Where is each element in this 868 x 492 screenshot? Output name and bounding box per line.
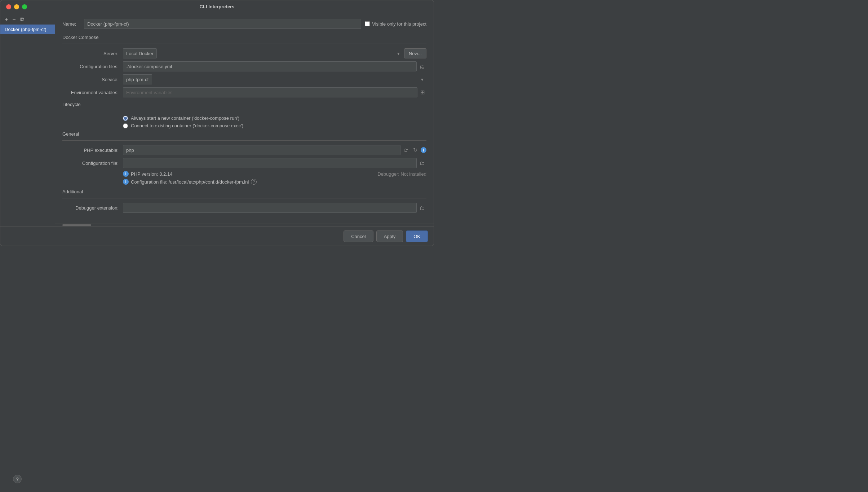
env-vars-input[interactable] — [123, 87, 417, 97]
add-interpreter-button[interactable]: + — [3, 16, 9, 23]
lifecycle-option-1-label: Always start a new container ('docker-co… — [131, 115, 239, 121]
env-vars-content: ⊞ — [123, 87, 426, 97]
scrollbar-area — [55, 224, 434, 227]
service-content: php-fpm-cf — [123, 74, 426, 84]
config-files-row: Configuration files: 🗂 — [62, 61, 426, 71]
sidebar-item-docker-php-fpm-cf[interactable]: Docker (php-fpm-cf) — [0, 25, 55, 34]
dialog-title: CLI Interpreters — [200, 4, 235, 9]
php-executable-input[interactable] — [123, 145, 400, 155]
php-executable-label: PHP executable: — [62, 148, 120, 153]
apply-button[interactable]: Apply — [376, 230, 403, 242]
php-executable-row: PHP executable: 🗂 ↻ i — [62, 145, 426, 155]
name-input[interactable] — [84, 19, 361, 29]
debugger-ext-label: Debugger extension: — [62, 205, 120, 211]
new-server-button[interactable]: New... — [404, 48, 426, 58]
bottom-area: Cancel Apply OK — [0, 227, 434, 246]
debugger-ext-folder-icon[interactable]: 🗂 — [418, 204, 426, 212]
sidebar: + − ⧉ Docker (php-fpm-cf) — [0, 13, 55, 227]
main-content: + − ⧉ Docker (php-fpm-cf) Name: Visible … — [0, 13, 434, 227]
minimize-button[interactable] — [14, 4, 19, 9]
docker-compose-divider — [62, 44, 426, 44]
config-files-content: 🗂 — [123, 61, 426, 71]
close-button[interactable] — [6, 4, 11, 9]
sidebar-item-label: Docker (php-fpm-cf) — [5, 27, 46, 32]
server-select-wrapper: Local Docker — [123, 48, 403, 58]
lifecycle-radio-row-2: Connect to existing container ('docker-c… — [123, 123, 426, 128]
cli-interpreters-dialog: CLI Interpreters + − ⧉ Docker (php-fpm-c… — [0, 0, 434, 246]
debugger-text: Debugger: Not installed — [377, 171, 426, 177]
visible-only-checkbox[interactable] — [365, 21, 370, 26]
server-label: Server: — [62, 51, 120, 56]
lifecycle-radio-1[interactable] — [123, 116, 128, 121]
lifecycle-section: Lifecycle Always start a new container (… — [62, 102, 426, 128]
ok-button[interactable]: OK — [406, 230, 428, 242]
service-label: Service: — [62, 77, 120, 82]
service-select-wrapper: php-fpm-cf — [123, 74, 426, 84]
debugger-ext-content: 🗂 — [123, 203, 426, 213]
server-row: Server: Local Docker New... — [62, 48, 426, 58]
config-files-folder-icon[interactable]: 🗂 — [418, 63, 426, 70]
bottom-bar: Cancel Apply OK — [0, 227, 434, 246]
general-divider — [62, 140, 426, 141]
name-row: Name: Visible only for this project — [62, 19, 426, 29]
debugger-ext-input[interactable] — [123, 203, 417, 213]
env-vars-row: Environment variables: ⊞ — [62, 87, 426, 97]
php-executable-info-icon: i — [421, 147, 426, 153]
php-version-info-icon: i — [123, 171, 129, 177]
general-label: General — [62, 131, 426, 137]
php-version-text: PHP version: 8.2.14 — [131, 171, 172, 177]
lifecycle-divider — [62, 111, 426, 111]
scrollbar-thumb[interactable] — [62, 224, 91, 226]
docker-compose-section: Docker Compose Server: Local Docker New.… — [62, 35, 426, 97]
config-file-info-text: Configuration file: /usr/local/etc/php/c… — [131, 179, 249, 185]
additional-divider — [62, 198, 426, 198]
config-file-info-icon: i — [123, 179, 129, 185]
php-executable-folder-icon[interactable]: 🗂 — [402, 146, 410, 154]
php-executable-content: 🗂 ↻ i — [123, 145, 426, 155]
lifecycle-label: Lifecycle — [62, 102, 426, 107]
refresh-icon[interactable]: ↻ — [412, 146, 419, 154]
traffic-lights — [6, 4, 27, 9]
general-section: General PHP executable: 🗂 ↻ i — [62, 131, 426, 185]
title-bar: CLI Interpreters — [0, 0, 434, 13]
config-file-label: Configuration file: — [62, 161, 120, 166]
env-vars-icon[interactable]: ⊞ — [419, 88, 426, 96]
config-file-row: Configuration file: 🗂 — [62, 158, 426, 168]
config-file-folder-icon[interactable]: 🗂 — [418, 159, 426, 167]
php-version-row: i PHP version: 8.2.14 Debugger: Not inst… — [123, 171, 426, 177]
service-row: Service: php-fpm-cf — [62, 74, 426, 84]
cancel-button[interactable]: Cancel — [344, 230, 373, 242]
visible-only-label: Visible only for this project — [372, 21, 426, 27]
question-icon[interactable]: ? — [251, 179, 257, 185]
right-panel: Name: Visible only for this project Dock… — [55, 13, 434, 227]
config-file-input[interactable] — [123, 158, 417, 168]
additional-section: Additional Debugger extension: 🗂 — [62, 189, 426, 213]
config-files-label: Configuration files: — [62, 64, 120, 69]
server-content: Local Docker New... — [123, 48, 426, 58]
sidebar-toolbar: + − ⧉ — [0, 14, 55, 25]
form-area: Name: Visible only for this project Dock… — [55, 13, 434, 224]
env-vars-label: Environment variables: — [62, 90, 120, 95]
visible-only-row: Visible only for this project — [365, 21, 426, 27]
lifecycle-option-2-label: Connect to existing container ('docker-c… — [131, 123, 243, 128]
remove-interpreter-button[interactable]: − — [11, 16, 17, 23]
lifecycle-radio-row-1: Always start a new container ('docker-co… — [123, 115, 426, 121]
config-file-content: 🗂 — [123, 158, 426, 168]
docker-compose-label: Docker Compose — [62, 35, 426, 40]
name-label: Name: — [62, 21, 80, 27]
service-select[interactable]: php-fpm-cf — [123, 74, 152, 84]
config-file-info-row: i Configuration file: /usr/local/etc/php… — [123, 179, 426, 185]
additional-label: Additional — [62, 189, 426, 194]
lifecycle-radio-2[interactable] — [123, 123, 128, 128]
maximize-button[interactable] — [22, 4, 27, 9]
server-select[interactable]: Local Docker — [123, 48, 157, 58]
debugger-ext-row: Debugger extension: 🗂 — [62, 203, 426, 213]
copy-interpreter-button[interactable]: ⧉ — [19, 16, 26, 23]
config-files-input[interactable] — [123, 61, 417, 71]
